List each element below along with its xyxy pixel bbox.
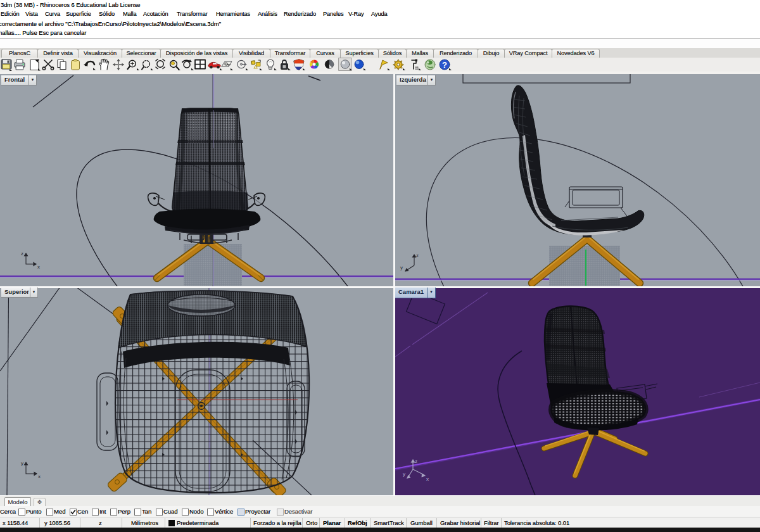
svg-text:?: ?: [442, 60, 447, 70]
svg-text:y: y: [21, 460, 23, 466]
svg-text:z: z: [416, 253, 419, 258]
svg-text:x: x: [38, 474, 41, 479]
svg-text:y: y: [403, 471, 405, 477]
svg-text:z: z: [21, 251, 23, 256]
svg-text:x: x: [37, 264, 40, 270]
svg-text:z: z: [415, 459, 417, 464]
svg-text:x: x: [426, 476, 429, 482]
svg-text:y: y: [400, 265, 403, 270]
